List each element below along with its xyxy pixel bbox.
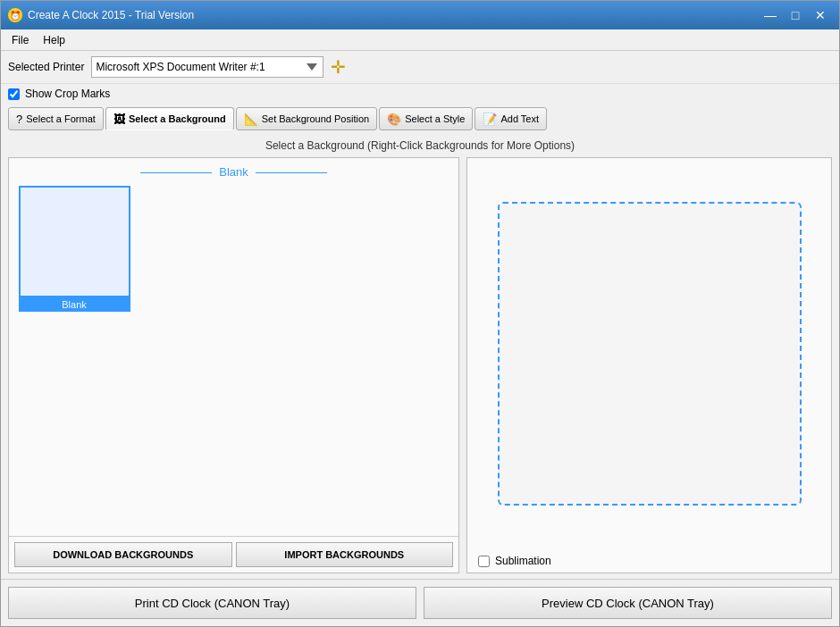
style-icon: 🎨	[387, 113, 401, 126]
close-button[interactable]: ✕	[809, 6, 832, 24]
sublimation-row: Sublimation	[467, 549, 831, 573]
titlebar-left: ⏰ Create A Clock 2015 - Trial Version	[8, 8, 194, 22]
tabs-row: ? Select a Format 🖼 Select a Background …	[1, 104, 839, 134]
tab-bg-position-label: Set Background Position	[262, 113, 369, 124]
app-icon: ⏰	[8, 8, 22, 22]
menubar: File Help	[1, 29, 839, 51]
tab-format[interactable]: ? Select a Format	[8, 107, 104, 130]
menu-help[interactable]: Help	[36, 32, 72, 48]
titlebar: ⏰ Create A Clock 2015 - Trial Version — …	[1, 1, 839, 29]
tab-background-label: Select a Background	[129, 113, 226, 124]
crop-marks-checkbox[interactable]	[8, 88, 20, 100]
menu-file[interactable]: File	[4, 32, 36, 48]
bg-subtitle: Select a Background (Right-Click Backgro…	[8, 139, 832, 152]
download-backgrounds-button[interactable]: DOWNLOAD BACKGROUNDS	[14, 542, 232, 567]
background-icon: 🖼	[113, 113, 125, 126]
content-panel: Blank Blank DOWNLOAD BACKGROUNDS IMPORT …	[8, 157, 832, 573]
printer-select[interactable]: Microsoft XPS Document Writer #:1	[91, 56, 323, 78]
tab-add-text-label: Add Text	[500, 113, 539, 124]
tab-style-label: Select a Style	[405, 113, 465, 124]
crop-row: Show Crop Marks	[1, 84, 839, 104]
window-title: Create A Clock 2015 - Trial Version	[28, 9, 194, 21]
crop-marks-label: Show Crop Marks	[25, 88, 110, 100]
main-window: ⏰ Create A Clock 2015 - Trial Version — …	[0, 0, 840, 627]
bg-list-scroll[interactable]: Blank Blank	[9, 158, 458, 536]
sublimation-checkbox[interactable]	[478, 556, 490, 567]
tab-add-text[interactable]: 📝 Add Text	[475, 107, 547, 130]
preview-panel: Sublimation	[466, 157, 832, 573]
printer-label: Selected Printer	[8, 61, 84, 73]
tab-style[interactable]: 🎨 Select a Style	[379, 107, 473, 130]
printer-toolbar: Selected Printer Microsoft XPS Document …	[1, 51, 839, 84]
bg-position-icon: 📐	[244, 113, 258, 126]
add-text-icon: 📝	[483, 113, 497, 126]
bg-group-blank: Blank	[16, 165, 451, 179]
format-icon: ?	[16, 113, 22, 126]
titlebar-controls: — □ ✕	[759, 6, 832, 24]
bg-buttons: DOWNLOAD BACKGROUNDS IMPORT BACKGROUNDS	[9, 536, 458, 573]
preview-button[interactable]: Preview CD Clock (CANON Tray)	[424, 587, 832, 619]
bg-label-blank: Blank	[19, 297, 130, 312]
tab-bg-position[interactable]: 📐 Set Background Position	[236, 107, 377, 130]
bg-thumb-blank	[19, 186, 130, 297]
preview-area	[467, 158, 831, 549]
preview-box	[498, 202, 802, 506]
tab-background[interactable]: 🖼 Select a Background	[105, 107, 234, 130]
minimize-button[interactable]: —	[759, 6, 782, 24]
bottom-bar: Print CD Clock (CANON Tray) Preview CD C…	[1, 579, 839, 626]
print-button[interactable]: Print CD Clock (CANON Tray)	[8, 587, 416, 619]
import-backgrounds-button[interactable]: IMPORT BACKGROUNDS	[236, 542, 454, 567]
bg-list-panel: Blank Blank DOWNLOAD BACKGROUNDS IMPORT …	[8, 157, 459, 573]
tab-format-label: Select a Format	[26, 113, 96, 124]
bg-item-blank[interactable]: Blank	[16, 186, 132, 312]
sublimation-label: Sublimation	[495, 555, 551, 567]
maximize-button[interactable]: □	[784, 6, 807, 24]
main-area: Select a Background (Right-Click Backgro…	[1, 134, 839, 579]
move-icon[interactable]: ✛	[331, 58, 346, 76]
